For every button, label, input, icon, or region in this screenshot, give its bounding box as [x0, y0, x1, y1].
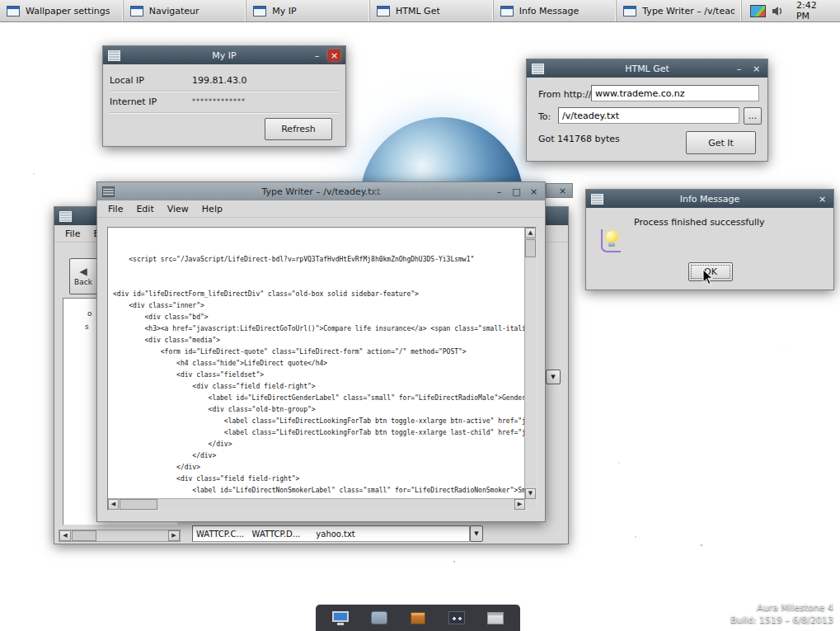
menu-view[interactable]: View: [162, 202, 195, 216]
app-icon: [532, 64, 544, 74]
minimize-button[interactable]: –: [493, 186, 505, 197]
code-line: <script src="/JavaScript/LifeDirect-bdl?…: [113, 254, 525, 266]
scrollbar-thumb[interactable]: [525, 239, 536, 257]
minimize-icon: –: [315, 51, 320, 60]
taskbar-button-html-get[interactable]: HTML Get: [370, 0, 494, 21]
window-mini-icon: [377, 6, 390, 16]
taskbar-button-info-message[interactable]: Info Message: [494, 0, 617, 21]
window-icon[interactable]: [485, 608, 506, 628]
internet-ip-value: *************: [192, 98, 246, 106]
from-url-input[interactable]: [591, 85, 759, 101]
horizontal-scrollbar[interactable]: ◀ ▶: [108, 498, 525, 510]
computer-icon[interactable]: [368, 608, 390, 628]
html-get-window: HTML Get – × From http:// To: ... Got 14…: [526, 59, 768, 162]
build-line-2: Build: 1519 – 6/8/2013: [730, 614, 833, 626]
scroll-left-button[interactable]: ◀: [59, 530, 71, 541]
close-button[interactable]: ×: [556, 185, 569, 196]
taskbar-button-label: HTML Get: [396, 6, 440, 16]
window-mini-icon: [253, 6, 266, 16]
scroll-down-button[interactable]: ▼: [525, 488, 536, 499]
close-icon: ×: [331, 51, 338, 60]
close-button[interactable]: ×: [328, 49, 340, 61]
code-line: <div class="fieldset">: [113, 370, 525, 381]
menu-file[interactable]: File: [102, 202, 129, 216]
code-line: <div class="inner">: [113, 300, 525, 312]
wallpaper-settings-dropdown-button[interactable]: ▼: [546, 370, 561, 384]
package-icon[interactable]: [407, 608, 429, 628]
dock: [316, 605, 520, 631]
app-icon: [108, 50, 120, 61]
desktop: Wallpaper settings Navigateur My IP HTML…: [0, 0, 840, 631]
down-arrow-icon: ▼: [528, 491, 533, 497]
code-editor[interactable]: <script src="/JavaScript/LifeDirect-bdl?…: [108, 228, 525, 499]
to-file-input[interactable]: [558, 107, 739, 124]
my-ip-titlebar[interactable]: My IP – ×: [103, 46, 345, 64]
maximize-icon: □: [512, 187, 520, 196]
menu-file[interactable]: File: [59, 227, 86, 241]
scrollbar-thumb[interactable]: [120, 499, 157, 510]
volume-icon[interactable]: [772, 6, 784, 16]
code-line: <div class="bd">: [113, 312, 525, 323]
browse-button[interactable]: ...: [744, 107, 762, 125]
taskbar-button-my-ip[interactable]: My IP: [246, 0, 370, 21]
taskbar-button-type-writer[interactable]: Type Writer – /v/teade...: [617, 0, 742, 21]
scroll-right-button[interactable]: ▶: [514, 499, 525, 510]
from-url-label: From http://: [538, 89, 591, 100]
window-title: Type Writer – /v/teadey.txt: [122, 186, 520, 197]
taskbar-button-label: Type Writer – /v/teade...: [642, 6, 734, 16]
scroll-left-button[interactable]: ◀: [108, 499, 119, 510]
taskbar-button-label: My IP: [272, 6, 296, 16]
code-line: <h4 class="hide">LifeDirect quote</h4>: [113, 358, 525, 370]
my-ip-window: My IP – × Local IP 199.81.43.0 Internet …: [102, 45, 346, 147]
close-icon: ×: [559, 186, 566, 195]
vertical-scrollbar[interactable]: ▲ ▼: [524, 228, 536, 499]
display-tray-icon[interactable]: [750, 5, 766, 17]
window-title: My IP: [128, 50, 321, 61]
scroll-up-button[interactable]: ▲: [525, 228, 536, 238]
taskbar-button-label: Info Message: [519, 6, 580, 16]
combobox-value[interactable]: WATTCP.C... WATTCP.D... yahoo.txt: [192, 525, 470, 542]
close-button[interactable]: ×: [528, 186, 540, 197]
code-line: [113, 266, 525, 277]
ok-button[interactable]: OK: [688, 262, 733, 281]
minimize-button[interactable]: –: [311, 49, 323, 61]
minimize-icon: –: [737, 64, 742, 73]
taskbar-button-wallpaper-settings[interactable]: Wallpaper settings: [0, 0, 124, 21]
scrollbar-track[interactable]: [71, 530, 168, 541]
scrollbar-thumb[interactable]: [72, 530, 96, 541]
file-path-combobox[interactable]: WATTCP.C... WATTCP.D... yahoo.txt ▼: [192, 525, 483, 542]
type-writer-titlebar[interactable]: Type Writer – /v/teadey.txt – □ ×: [97, 182, 545, 200]
apps-icon[interactable]: [446, 608, 467, 628]
info-message-window: Info Message × Process finished successf…: [585, 189, 834, 290]
pane-horizontal-scrollbar[interactable]: ◀ ▶: [59, 530, 181, 542]
get-it-button[interactable]: Get It: [686, 131, 756, 154]
info-message-titlebar[interactable]: Info Message ×: [586, 190, 833, 208]
code-line: <div class="field field-right">: [113, 473, 525, 485]
app-icon: [591, 194, 603, 205]
file-item-fragment: s: [85, 323, 89, 331]
local-ip-value: 199.81.43.0: [192, 75, 246, 86]
window-mini-icon: [623, 6, 636, 16]
app-icon: [59, 211, 72, 222]
close-button[interactable]: ×: [750, 63, 763, 74]
minimize-icon: –: [497, 187, 502, 196]
system-tray: 2:42 PM: [742, 0, 840, 21]
refresh-button[interactable]: Refresh: [265, 118, 332, 140]
combobox-dropdown-button[interactable]: ▼: [470, 525, 483, 542]
close-button[interactable]: ×: [816, 193, 828, 205]
menu-help[interactable]: Help: [196, 202, 228, 216]
minimize-button[interactable]: –: [733, 63, 745, 74]
back-button[interactable]: ◀ Back: [69, 258, 97, 294]
taskbar-button-navigateur[interactable]: Navigateur: [124, 0, 247, 21]
display-icon[interactable]: [330, 608, 351, 628]
code-line: <div id="lifeDirectForm_lifeDirectDiv" c…: [113, 289, 525, 300]
scroll-right-button[interactable]: ▶: [168, 530, 180, 541]
menu-edit[interactable]: Edit: [130, 202, 159, 216]
code-line: <label id="LifeDirectGenderLabel" class=…: [113, 393, 525, 404]
clock: 2:42 PM: [790, 0, 832, 21]
maximize-button[interactable]: □: [510, 186, 523, 197]
type-writer-menubar: File Edit View Help: [97, 200, 545, 218]
html-get-titlebar[interactable]: HTML Get – ×: [527, 59, 767, 78]
left-arrow-icon: ◀: [111, 502, 115, 507]
taskbar-button-label: Wallpaper settings: [26, 6, 110, 16]
